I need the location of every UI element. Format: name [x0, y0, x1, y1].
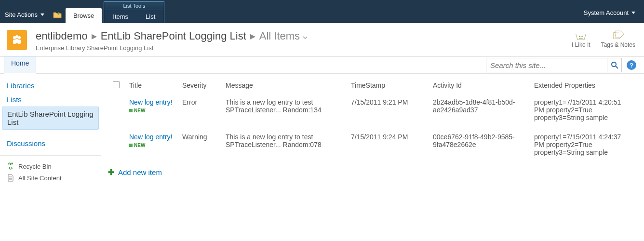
- svg-point-7: [582, 36, 583, 37]
- view-label: All Items: [259, 30, 300, 42]
- like-button[interactable]: I Like It: [572, 30, 590, 48]
- breadcrumb: entlibdemo ▸ EntLib SharePoint Logging L…: [36, 30, 308, 42]
- svg-point-9: [612, 62, 616, 67]
- tab-browse[interactable]: Browse: [66, 8, 102, 23]
- body: Libraries Lists EntLib SharePoint Loggin…: [0, 74, 644, 188]
- like-icon: [574, 30, 588, 41]
- site-actions-label: Site Actions: [5, 11, 38, 18]
- list-area: Title Severity Message TimeStamp Activit…: [101, 74, 644, 188]
- search-input[interactable]: [486, 59, 607, 71]
- account-label: System Account: [584, 9, 629, 16]
- item-title-link[interactable]: New log entry!: [129, 133, 173, 141]
- select-all-checkbox[interactable]: [113, 81, 120, 88]
- tab-items[interactable]: Items: [104, 10, 137, 23]
- view-selector[interactable]: All Items: [259, 30, 308, 42]
- chevron-right-icon: ▸: [250, 30, 255, 42]
- col-message[interactable]: Message: [221, 79, 346, 95]
- quick-launch: Libraries Lists EntLib SharePoint Loggin…: [0, 74, 101, 188]
- cell-extended: property1=7/15/2011 4:24:37 PM property2…: [529, 130, 637, 165]
- search-icon: [611, 61, 618, 69]
- tags-button[interactable]: Tags & Notes: [601, 30, 635, 48]
- svg-rect-5: [15, 39, 18, 43]
- svg-line-10: [616, 66, 618, 68]
- cell-timestamp: 7/15/2011 9:21 PM: [346, 95, 428, 130]
- item-title-link[interactable]: New log entry!: [129, 98, 173, 106]
- ql-lists[interactable]: Lists: [0, 93, 101, 107]
- cell-activity: 00ce6762-91f8-49b2-9585-9fa478e2662e: [428, 130, 529, 165]
- topnav-row: Home ?: [0, 56, 644, 74]
- chevron-down-icon: [40, 13, 44, 16]
- site-logo[interactable]: [7, 30, 27, 50]
- table-row: New log entry!NEWWarningThis is a new lo…: [108, 130, 637, 165]
- table-row: New log entry!NEWErrorThis is a new log …: [108, 95, 637, 130]
- document-icon: [7, 174, 14, 182]
- tab-group-list-tools: List Tools Items List: [104, 1, 164, 23]
- page-subtitle: Enterprise Library SharePoint Logging Li…: [36, 44, 308, 52]
- chevron-right-icon: ▸: [92, 30, 97, 42]
- cell-message: This is a new log entry to test SPTraceL…: [221, 130, 346, 165]
- tags-label: Tags & Notes: [601, 41, 635, 48]
- ql-libraries[interactable]: Libraries: [0, 79, 101, 93]
- add-item-link[interactable]: ✚ Add new item: [108, 168, 637, 177]
- help-button[interactable]: ?: [627, 60, 636, 70]
- title-area: entlibdemo ▸ EntLib SharePoint Logging L…: [0, 23, 644, 56]
- cell-severity: Warning: [177, 130, 221, 165]
- people-icon: [11, 34, 23, 46]
- tab-list[interactable]: List: [137, 10, 164, 23]
- new-badge: NEW: [129, 108, 145, 113]
- list-table: Title Severity Message TimeStamp Activit…: [108, 79, 637, 165]
- cell-message: This is a new log entry to test SPTraceL…: [221, 95, 346, 130]
- breadcrumb-list[interactable]: EntLib SharePoint Logging List: [101, 30, 246, 42]
- new-badge: NEW: [129, 143, 145, 148]
- ql-recycle-label: Recycle Bin: [18, 163, 52, 170]
- cell-timestamp: 7/15/2011 9:24 PM: [346, 130, 428, 165]
- col-extended[interactable]: Extended Properties: [529, 79, 637, 95]
- search-button[interactable]: [607, 58, 621, 72]
- cell-extended: property1=7/15/2011 4:20:51 PM property2…: [529, 95, 637, 130]
- header-row: Title Severity Message TimeStamp Activit…: [108, 79, 637, 95]
- col-activity[interactable]: Activity Id: [428, 79, 529, 95]
- ql-current-list[interactable]: EntLib SharePoint Logging List: [2, 107, 99, 130]
- breadcrumb-site[interactable]: entlibdemo: [36, 30, 88, 42]
- ribbon: Site Actions Browse List Tools Items Lis…: [0, 0, 644, 23]
- topnav-home[interactable]: Home: [4, 56, 36, 74]
- svg-point-4: [15, 35, 18, 38]
- tags-icon: [611, 30, 625, 41]
- col-timestamp[interactable]: TimeStamp: [346, 79, 428, 95]
- like-label: I Like It: [572, 41, 590, 48]
- plus-icon: ✚: [108, 168, 114, 177]
- site-actions-menu[interactable]: Site Actions: [0, 11, 49, 23]
- account-menu[interactable]: System Account: [584, 9, 644, 23]
- col-title[interactable]: Title: [124, 79, 177, 95]
- cell-severity: Error: [177, 95, 221, 130]
- tab-group-title: List Tools: [104, 2, 164, 10]
- chevron-down-icon: [303, 36, 308, 40]
- col-severity[interactable]: Severity: [177, 79, 221, 95]
- add-item-label: Add new item: [118, 168, 162, 176]
- recycle-icon: [7, 162, 14, 170]
- search-box: [486, 58, 622, 72]
- chevron-down-icon: [631, 12, 635, 14]
- ql-all-content[interactable]: All Site Content: [0, 172, 101, 184]
- ql-discussions[interactable]: Discussions: [0, 136, 101, 150]
- navigate-up-button[interactable]: [52, 10, 63, 19]
- ql-recycle-bin[interactable]: Recycle Bin: [0, 161, 101, 172]
- folder-up-icon: [53, 11, 62, 18]
- social-actions: I Like It Tags & Notes: [572, 30, 635, 48]
- ql-all-content-label: All Site Content: [18, 174, 62, 182]
- svg-point-6: [579, 36, 580, 37]
- cell-activity: 2b24adb5-1d8e-4f81-b50d-ae2426a9ad37: [428, 95, 529, 130]
